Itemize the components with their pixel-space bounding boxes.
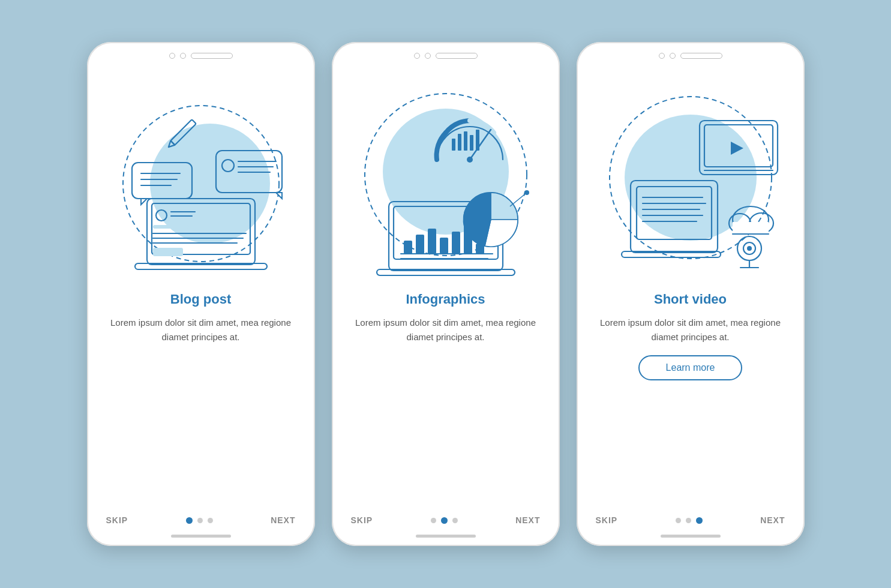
phone-top-bar-2 — [332, 42, 560, 64]
dot-1-1 — [186, 517, 193, 524]
home-indicator-2 — [416, 535, 476, 538]
svg-marker-25 — [276, 193, 282, 199]
skip-button-3[interactable]: SKIP — [596, 515, 618, 525]
dot-2-1 — [431, 518, 436, 523]
infographics-title: Infographics — [406, 292, 485, 307]
dot-2-2 — [441, 517, 448, 524]
nav-dots-2 — [431, 517, 458, 524]
nav-dots-1 — [186, 517, 213, 524]
short-video-illustration — [577, 64, 805, 292]
svg-marker-17 — [141, 199, 147, 205]
svg-rect-33 — [428, 229, 436, 254]
skip-button-1[interactable]: SKIP — [106, 515, 128, 525]
short-video-desc: Lorem ipsum dolor sit dim amet, mea regi… — [595, 316, 787, 344]
status-circle-1 — [169, 53, 175, 59]
svg-rect-32 — [416, 235, 424, 254]
infographics-desc: Lorem ipsum dolor sit dim amet, mea regi… — [350, 316, 542, 344]
next-button-3[interactable]: NEXT — [760, 515, 785, 525]
status-pill-3 — [680, 53, 722, 59]
svg-rect-46 — [476, 130, 479, 151]
learn-more-button[interactable]: Learn more — [638, 355, 743, 380]
dot-1-3 — [208, 518, 213, 523]
skip-button-2[interactable]: SKIP — [351, 515, 373, 525]
svg-rect-67 — [733, 222, 769, 234]
svg-rect-44 — [464, 131, 467, 151]
blog-post-title: Blog post — [170, 292, 231, 307]
svg-line-48 — [510, 193, 527, 206]
status-circle-2 — [180, 53, 186, 59]
svg-rect-11 — [153, 248, 183, 256]
short-video-nav: SKIP NEXT — [577, 515, 805, 525]
svg-rect-43 — [458, 134, 461, 151]
infographics-illustration — [332, 64, 560, 292]
phone-top-bar-3 — [577, 42, 805, 64]
home-indicator-3 — [661, 535, 721, 538]
phone-short-video: Short video Lorem ipsum dolor sit dim am… — [577, 42, 805, 546]
svg-point-41 — [467, 157, 473, 163]
dot-3-1 — [676, 518, 681, 523]
blog-post-nav: SKIP NEXT — [87, 515, 315, 525]
status-pill-1 — [191, 53, 233, 59]
phone-infographics: Infographics Lorem ipsum dolor sit dim a… — [332, 42, 560, 546]
svg-rect-42 — [452, 139, 455, 151]
dot-1-2 — [197, 518, 203, 523]
svg-rect-35 — [452, 232, 460, 254]
phones-container: Blog post Lorem ipsum dolor sit dim amet… — [87, 42, 805, 546]
dot-3-3 — [696, 517, 703, 524]
short-video-title: Short video — [654, 292, 727, 307]
svg-point-71 — [747, 246, 752, 251]
phone-blog-post: Blog post Lorem ipsum dolor sit dim amet… — [87, 42, 315, 546]
status-circle-6 — [670, 53, 676, 59]
next-button-2[interactable]: NEXT — [515, 515, 540, 525]
svg-point-49 — [524, 190, 529, 195]
svg-rect-7 — [153, 225, 189, 229]
status-circle-4 — [425, 53, 431, 59]
svg-rect-45 — [470, 135, 473, 151]
status-circle-3 — [414, 53, 420, 59]
phone-top-bar-1 — [87, 42, 315, 64]
nav-dots-3 — [676, 517, 703, 524]
blog-post-illustration — [87, 64, 315, 292]
infographics-nav: SKIP NEXT — [332, 515, 560, 525]
status-circle-5 — [659, 53, 665, 59]
short-video-content: Short video Lorem ipsum dolor sit dim am… — [577, 292, 805, 515]
blog-post-content: Blog post Lorem ipsum dolor sit dim amet… — [87, 292, 315, 515]
next-button-1[interactable]: NEXT — [271, 515, 295, 525]
status-pill-2 — [436, 53, 478, 59]
blog-post-desc: Lorem ipsum dolor sit dim amet, mea regi… — [105, 316, 297, 344]
infographics-content: Infographics Lorem ipsum dolor sit dim a… — [332, 292, 560, 515]
dot-3-2 — [686, 518, 691, 523]
svg-rect-31 — [404, 241, 412, 254]
dot-2-3 — [452, 518, 458, 523]
svg-rect-34 — [440, 238, 448, 254]
home-indicator-1 — [171, 535, 231, 538]
